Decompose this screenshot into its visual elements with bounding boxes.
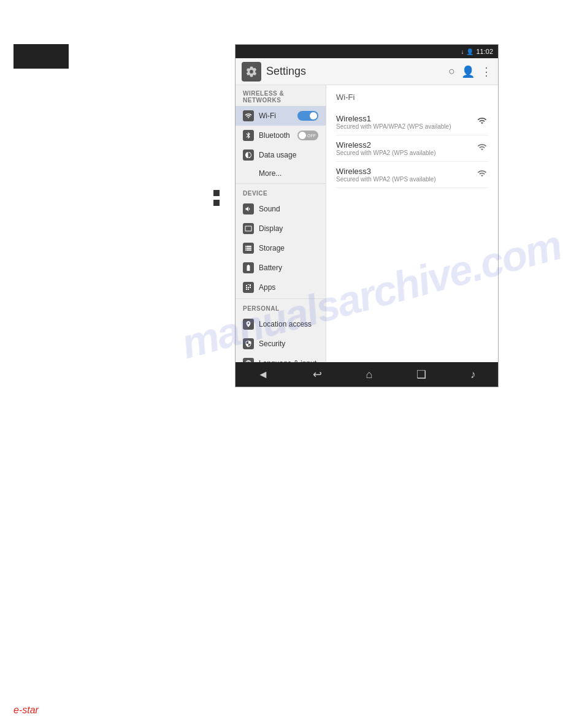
more-icon[interactable]: ⋮ [481,65,492,78]
more-label: More... [259,169,318,178]
nav-bar: ◄ ↩ ⌂ ❑ ♪ [236,362,498,387]
wifi-name-2: Wireless2 [336,140,476,150]
section-header-personal: PERSONAL [236,300,326,314]
wifi-security-2: Secured with WPA2 (WPS available) [336,150,476,156]
volume-nav-icon[interactable]: ◄ [258,368,269,381]
left-square-2 [213,200,220,206]
wifi-security-3: Secured with WPA2 (WPS available) [336,176,476,183]
top-left-block [13,44,69,69]
user-icon[interactable]: 👤 [461,65,475,78]
settings-app-icon [242,62,261,82]
right-panel: Wi-Fi Wireless1 Secured with WPA/WPA2 (W… [326,85,498,362]
back-nav-icon[interactable]: ↩ [313,368,322,381]
battery-label: Battery [259,264,318,272]
sound-label: Sound [259,205,318,213]
section-header-device: DEVICE [236,185,326,199]
battery-icon [243,262,254,273]
wifi-network-info-2: Wireless2 Secured with WPA2 (WPS availab… [336,140,476,156]
wifi-toggle[interactable]: ON [297,111,318,121]
sidebar-item-apps[interactable]: Apps [236,278,326,297]
divider-personal [236,298,326,299]
display-label: Display [259,224,318,233]
apps-icon [243,282,254,293]
volume-up-nav-icon[interactable]: ♪ [470,368,476,381]
status-icons: ↓ 👤 [461,48,473,55]
status-bar: ↓ 👤 11:02 [236,45,498,58]
download-icon: ↓ [461,48,464,55]
bluetooth-label: Bluetooth [259,131,293,140]
sidebar-item-storage[interactable]: Storage [236,238,326,258]
recents-nav-icon[interactable]: ❑ [416,368,426,381]
wifi-label: Wi-Fi [259,112,293,120]
wifi-icon [243,110,254,121]
sidebar: WIRELESS & NETWORKS Wi-Fi ON Bluetooth [236,85,326,362]
wifi-name-3: Wireless3 [336,167,476,176]
location-label: Location access [259,320,318,328]
brand-name: -star [19,705,39,715]
sidebar-item-battery[interactable]: Battery [236,258,326,278]
security-icon [243,338,254,349]
storage-icon [243,243,254,254]
search-icon[interactable]: ○ [448,65,455,78]
wifi-network-wireless2[interactable]: Wireless2 Secured with WPA2 (WPS availab… [336,135,488,162]
sidebar-item-display[interactable]: Display [236,219,326,238]
apps-label: Apps [259,283,318,292]
wifi-security-1: Secured with WPA/WPA2 (WPS available) [336,123,476,130]
wifi-signal-icon-2 [476,142,488,154]
app-bar-title: Settings [266,65,448,78]
sidebar-item-bluetooth[interactable]: Bluetooth OFF [236,126,326,145]
divider-device [236,183,326,184]
person-icon: 👤 [466,48,473,55]
bluetooth-icon [243,130,254,141]
wifi-network-wireless3[interactable]: Wireless3 Secured with WPA2 (WPS availab… [336,162,488,188]
sound-icon [243,203,254,214]
brand: e-star [13,705,39,716]
bluetooth-toggle-knob [299,132,306,139]
data-usage-label: Data usage [259,151,318,159]
wifi-network-wireless1[interactable]: Wireless1 Secured with WPA/WPA2 (WPS ava… [336,109,488,135]
app-bar-actions: ○ 👤 ⋮ [448,65,492,78]
sidebar-item-location[interactable]: Location access [236,314,326,334]
status-time: 11:02 [476,48,493,55]
display-icon [243,223,254,234]
wifi-signal-icon-1 [476,116,488,128]
device-frame: ↓ 👤 11:02 Settings ○ 👤 ⋮ WIRELESS & NETW… [235,44,499,387]
location-icon [243,319,254,330]
home-nav-icon[interactable]: ⌂ [366,368,372,381]
security-label: Security [259,339,318,348]
sidebar-item-language[interactable]: Language & input [236,354,326,362]
wifi-signal-icon-3 [476,169,488,181]
brand-prefix: e [13,705,19,715]
data-usage-icon [243,150,254,161]
app-bar: Settings ○ 👤 ⋮ [236,58,498,85]
language-icon [243,358,254,362]
left-square-1 [213,190,220,196]
sidebar-item-security[interactable]: Security [236,334,326,354]
sidebar-item-more[interactable]: More... [236,165,326,182]
sidebar-item-sound[interactable]: Sound [236,199,326,219]
main-content: WIRELESS & NETWORKS Wi-Fi ON Bluetooth [236,85,498,362]
left-squares [213,190,220,206]
wifi-network-info-1: Wireless1 Secured with WPA/WPA2 (WPS ava… [336,114,476,130]
storage-label: Storage [259,244,318,252]
sidebar-item-wifi[interactable]: Wi-Fi ON [236,106,326,126]
panel-title: Wi-Fi [336,93,488,102]
wifi-name-1: Wireless1 [336,114,476,123]
bluetooth-toggle[interactable]: OFF [297,131,318,140]
section-header-wireless: WIRELESS & NETWORKS [236,85,326,106]
wifi-network-info-3: Wireless3 Secured with WPA2 (WPS availab… [336,167,476,183]
sidebar-item-data-usage[interactable]: Data usage [236,145,326,165]
